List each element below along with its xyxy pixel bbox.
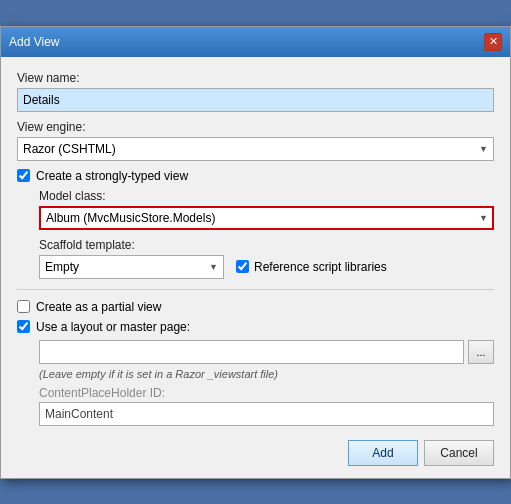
browse-button[interactable]: ...	[468, 340, 494, 364]
reference-scripts-label[interactable]: Reference script libraries	[254, 260, 387, 274]
scaffold-template-group: Scaffold template: Empty Create Delete D…	[39, 238, 494, 279]
view-name-input[interactable]	[17, 88, 494, 112]
layout-section: ... (Leave empty if it is set in a Razor…	[17, 340, 494, 426]
dialog-title: Add View	[9, 35, 59, 49]
add-view-dialog: Add View ✕ View name: View engine: Razor…	[0, 26, 511, 479]
title-bar: Add View ✕	[1, 27, 510, 57]
scaffold-select[interactable]: Empty Create Delete Details Edit List	[39, 255, 224, 279]
close-button[interactable]: ✕	[484, 33, 502, 51]
dialog-body: View name: View engine: Razor (CSHTML) A…	[1, 57, 510, 478]
cancel-button[interactable]: Cancel	[424, 440, 494, 466]
content-placeholder-group: ContentPlaceHolder ID:	[39, 386, 494, 426]
view-name-label: View name:	[17, 71, 494, 85]
view-engine-select-wrapper: Razor (CSHTML) ASPX (Visual Basic) ASPX …	[17, 137, 494, 161]
layout-input-row: ...	[39, 340, 494, 364]
partial-view-row: Create as a partial view	[17, 300, 494, 314]
view-name-group: View name:	[17, 71, 494, 112]
use-layout-row: Use a layout or master page:	[17, 320, 494, 334]
model-class-label: Model class:	[39, 189, 494, 203]
view-engine-select[interactable]: Razor (CSHTML) ASPX (Visual Basic) ASPX …	[17, 137, 494, 161]
model-class-select-wrapper: Album (MvcMusicStore.Models)	[39, 206, 494, 230]
reference-scripts-row: Reference script libraries	[236, 260, 387, 274]
model-class-select[interactable]: Album (MvcMusicStore.Models)	[39, 206, 494, 230]
divider	[17, 289, 494, 290]
view-engine-group: View engine: Razor (CSHTML) ASPX (Visual…	[17, 120, 494, 161]
add-button[interactable]: Add	[348, 440, 418, 466]
scaffold-row: Empty Create Delete Details Edit List Re…	[39, 255, 494, 279]
reference-scripts-checkbox[interactable]	[236, 260, 249, 273]
partial-view-label[interactable]: Create as a partial view	[36, 300, 161, 314]
model-class-group: Model class: Album (MvcMusicStore.Models…	[39, 189, 494, 230]
layout-input[interactable]	[39, 340, 464, 364]
close-icon: ✕	[489, 35, 498, 48]
use-layout-checkbox[interactable]	[17, 320, 30, 333]
view-engine-label: View engine:	[17, 120, 494, 134]
partial-view-checkbox[interactable]	[17, 300, 30, 313]
content-placeholder-input[interactable]	[39, 402, 494, 426]
strongly-typed-label[interactable]: Create a strongly-typed view	[36, 169, 188, 183]
use-layout-label[interactable]: Use a layout or master page:	[36, 320, 190, 334]
layout-hint: (Leave empty if it is set in a Razor _vi…	[39, 368, 494, 380]
scaffold-select-wrapper: Empty Create Delete Details Edit List	[39, 255, 224, 279]
strongly-typed-checkbox[interactable]	[17, 169, 30, 182]
model-class-section: Model class: Album (MvcMusicStore.Models…	[17, 189, 494, 279]
button-row: Add Cancel	[17, 440, 494, 466]
scaffold-template-label: Scaffold template:	[39, 238, 494, 252]
strongly-typed-row: Create a strongly-typed view	[17, 169, 494, 183]
content-placeholder-label: ContentPlaceHolder ID:	[39, 386, 494, 400]
